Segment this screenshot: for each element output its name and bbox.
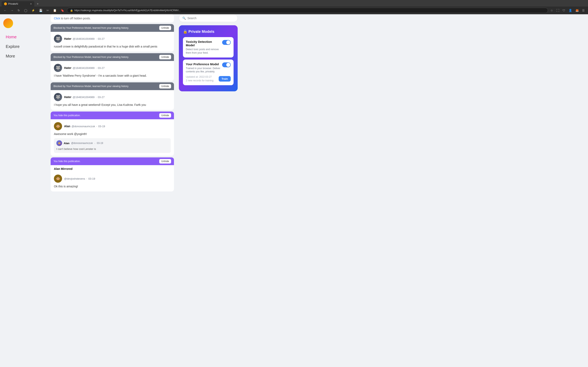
post-text-2: I have 'Matthew Perry Syndrome' - I'm a … (54, 74, 171, 78)
post-author-3: 🐺 Hater @1648341004989 · 03-27 (54, 93, 171, 101)
quoted-text-4: I can't believe how cool Lenster is (56, 147, 168, 151)
model-desc-preference: Trained in your browser. Deliver content… (186, 67, 221, 74)
post-date-1: 03-27 (98, 37, 104, 40)
expand-icon[interactable]: ⛶ (555, 8, 560, 13)
active-tab[interactable]: PrivateAI ✕ (2, 1, 34, 7)
post-author-2: 🐺 Hater @1648341004989 · 03-27 (54, 64, 171, 72)
back-button[interactable]: ← (2, 8, 8, 13)
toxicity-toggle[interactable] (222, 40, 231, 45)
click-notice-text: to turn off hidden posts. (61, 17, 91, 20)
unhide-button-5[interactable]: Unhide (159, 159, 171, 164)
quoted-handle-4: @donosonaumczuk (71, 142, 93, 145)
private-models-title: 🔒 Private Models (183, 29, 233, 34)
author-handle-4: @donosonaumczuk (71, 125, 95, 128)
author-name-3: Hater (64, 95, 71, 99)
model-name-toxicity: Toxicity Detection Model (186, 40, 221, 47)
new-tab-button[interactable]: + (35, 1, 40, 7)
model-update-info: Updated at: 2022-03-27 2 new records for… (186, 75, 213, 82)
block-reason-2: Blocked by Your Preference Model, learne… (53, 56, 129, 58)
extension-icon[interactable]: 🦊 (575, 8, 580, 13)
toggle-knob-preference (226, 63, 230, 67)
profile-icon[interactable]: 👤 (568, 8, 573, 13)
sidebar: Home Explore More (0, 14, 49, 367)
history-button[interactable]: ◯ (23, 8, 29, 13)
model-footer-preference: Updated at: 2022-03-27 2 new records for… (186, 75, 231, 82)
search-icon: 🔍 (182, 17, 186, 20)
post-text-4: Awesome work @yoginth! (54, 132, 171, 136)
post-body-5: 🐵 @devjoshstevens · 03-19 Ok this is ama… (51, 172, 174, 192)
post-card-3: Blocked by Your Preference Model, learne… (51, 82, 174, 110)
quoted-avatar-4: 🐵 (56, 140, 62, 146)
author-info-4: Alan @donosonaumczuk · 03-19 (64, 125, 105, 128)
block-reason-3: Blocked by Your Preference Model, learne… (53, 85, 129, 88)
right-panel: 🔍 🔒 Private Models Toxicity Detection Mo… (176, 14, 241, 367)
download-button[interactable]: 💾 (38, 8, 44, 13)
unhide-button-3[interactable]: Unhide (159, 84, 171, 89)
hide-reason-5: You hide this publication. (53, 160, 80, 163)
copy-button[interactable]: 📋 (52, 8, 58, 13)
menu-icon[interactable]: ☰ (581, 8, 586, 13)
author-handle-2: @1648341004989 (73, 67, 95, 69)
author-handle-1: @1648341004989 (73, 37, 95, 40)
post-body-4: 🐵 Alan @donosonaumczuk · 03-19 Awesome w… (51, 119, 174, 156)
tab-close-button[interactable]: ✕ (30, 3, 32, 5)
quoted-name-4: Alan (64, 142, 69, 145)
star-icon[interactable]: ☆ (550, 8, 554, 13)
sidebar-item-home[interactable]: Home (3, 33, 46, 41)
preference-toggle[interactable] (222, 62, 231, 67)
lock-icon: 🔒 (70, 9, 73, 12)
unhide-button-1[interactable]: Unhide (159, 26, 171, 30)
search-box[interactable]: 🔍 (179, 14, 238, 22)
author-handle-3: @1648341004989 (73, 96, 95, 99)
address-bar[interactable]: 🔒 https://saikongz.mypinata.cloud/ipfs/Q… (67, 8, 548, 13)
quoted-post-4: 🐵 Alan @donosonaumczuk · 03-19 I can't b… (54, 138, 171, 153)
hide-reason-4: You hide this publication. (53, 114, 80, 117)
avatar-4: 🐵 (54, 122, 62, 130)
click-notice-link[interactable]: Click (54, 17, 60, 20)
post-date-3: 03-27 (98, 96, 104, 99)
blocked-header-1: Blocked by Your Preference Model, learne… (51, 24, 174, 32)
post-body-3: 🐺 Hater @1648341004989 · 03-27 I hope yo… (51, 90, 174, 110)
author-info-3: Hater @1648341004989 · 03-27 (64, 95, 104, 99)
scissors-button[interactable]: ✄ (45, 8, 50, 13)
sidebar-logo (3, 18, 13, 28)
unhide-button-2[interactable]: Unhide (159, 55, 171, 59)
extensions-button[interactable]: ⚡ (30, 8, 36, 13)
url-text: https://saikongz.mypinata.cloud/ipfs/QmT… (74, 9, 545, 12)
hidden-header-4: You hide this publication. Unhide (51, 111, 174, 119)
post-body-1: 🐺 Hater @1648341004989 · 03-27 russell c… (51, 32, 174, 52)
author-info-1: Hater @1648341004989 · 03-27 (64, 37, 104, 40)
unhide-button-4[interactable]: Unhide (159, 113, 171, 118)
sidebar-item-explore[interactable]: Explore (3, 43, 46, 50)
post-author-4: 🐵 Alan @donosonaumczuk · 03-19 (54, 122, 171, 130)
post-body-2: 🐺 Hater @1648341004989 · 03-27 I have 'M… (51, 61, 174, 81)
shield-icon[interactable]: 🛡 (562, 8, 566, 13)
sidebar-item-explore-label: Explore (6, 44, 20, 49)
author-name-1: Hater (64, 37, 71, 40)
model-desc-toxicity: Detect toxic posts and remove them from … (186, 48, 221, 55)
avatar-1: 🐺 (54, 35, 62, 43)
sidebar-navigation: Home Explore More (3, 33, 46, 60)
hidden-header-5: You hide this publication. Unhide (51, 157, 174, 165)
post-date-2: 03-27 (98, 67, 104, 69)
model-name-preference: Your Preference Model (186, 62, 221, 66)
post-author-1: 🐺 Hater @1648341004989 · 03-27 (54, 35, 171, 43)
author-info-5: @devjoshstevens · 03-19 (64, 177, 95, 180)
train-button[interactable]: Train (219, 76, 231, 82)
author-name-2: Hater (64, 66, 71, 69)
block-reason-1: Blocked by Your Preference Model, learne… (53, 26, 129, 29)
author-handle-5: @devjoshstevens (64, 177, 85, 180)
sidebar-item-more[interactable]: More (3, 52, 46, 60)
model-toggle-row-preference: Your Preference Model Trained in your br… (186, 62, 231, 74)
mirrored-label: Alan Mirrored (51, 165, 174, 172)
tab-title: PrivateAI (8, 2, 18, 5)
post-card-5: You hide this publication. Unhide Alan M… (51, 157, 174, 192)
forward-button[interactable]: → (9, 8, 15, 13)
sidebar-item-more-label: More (6, 54, 15, 58)
refresh-button[interactable]: ↻ (16, 8, 21, 13)
click-notice: Click to turn off hidden posts. (51, 14, 174, 22)
post-author-5: 🐵 @devjoshstevens · 03-19 (54, 175, 171, 183)
search-input[interactable] (187, 17, 234, 20)
bookmark-button[interactable]: 🔖 (60, 8, 65, 13)
post-text-5: Ok this is amazing! (54, 184, 171, 189)
